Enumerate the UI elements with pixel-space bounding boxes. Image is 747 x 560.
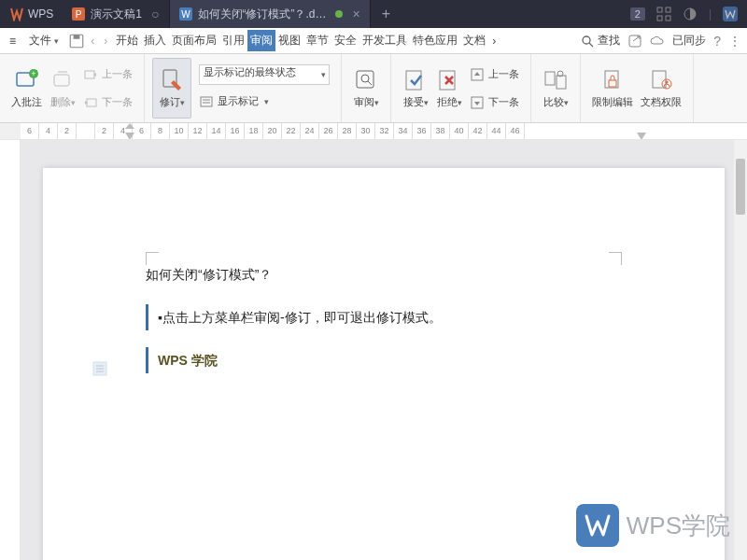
search-button[interactable]: 查找: [581, 33, 620, 49]
wps-watermark: WPS学院: [576, 504, 730, 547]
document-page[interactable]: 如何关闭“修订模式”？ ▪点击上方菜单栏审阅-修订，即可退出修订模式。 WPS …: [43, 168, 725, 560]
next-annotation-button[interactable]: 下一条: [83, 91, 133, 114]
svg-point-13: [583, 36, 590, 44]
menu-hamburger[interactable]: ≡: [6, 33, 20, 49]
titlebar-divider: |: [709, 7, 712, 21]
show-markup-button[interactable]: 显示标记▾: [199, 91, 269, 113]
grid-icon[interactable]: [656, 7, 671, 21]
svg-line-14: [589, 43, 593, 47]
review-pane-button[interactable]: 审阅▾: [349, 58, 383, 119]
search-label: 查找: [598, 33, 620, 49]
title-bar: WPS P 演示文稿1 ○ W 如何关闭“修订模式”？.docx × + 2 |: [0, 0, 747, 28]
tab-count-badge[interactable]: 2: [630, 7, 645, 21]
vertical-scrollbar[interactable]: [734, 140, 747, 560]
tab-start[interactable]: 开始: [113, 30, 141, 51]
restrict-edit-button[interactable]: 限制编辑: [588, 58, 637, 119]
tab-document[interactable]: W 如何关闭“修订模式”？.docx ×: [170, 0, 371, 28]
nav-back[interactable]: ‹: [87, 35, 98, 48]
synced-label: 已同步: [672, 33, 706, 49]
wps-account-icon[interactable]: [723, 7, 738, 21]
accept-icon: [402, 67, 429, 93]
toolbar-ribbon: + 入批注 删除▾ 上一条 下一条 修订▾ 显示标记的最终状态 ▾ 显示标记▾ …: [0, 54, 747, 123]
indent-marker-icon[interactable]: [125, 123, 134, 139]
tab-doc[interactable]: 文档: [460, 30, 488, 51]
tab-chapter[interactable]: 章节: [303, 30, 331, 51]
tab-insert[interactable]: 插入: [141, 30, 169, 51]
file-menu[interactable]: 文件 ▾: [21, 31, 66, 50]
tab-reference[interactable]: 引用: [219, 30, 247, 51]
cloud-icon[interactable]: [650, 34, 665, 49]
tab-devtools[interactable]: 开发工具: [359, 30, 410, 51]
svg-rect-21: [85, 71, 94, 78]
new-tab-button[interactable]: +: [371, 6, 402, 22]
markup-icon: [199, 94, 214, 109]
svg-rect-10: [723, 7, 738, 21]
insert-annotation-button[interactable]: + 入批注: [7, 58, 46, 119]
tab-security[interactable]: 安全: [331, 30, 359, 51]
horizontal-ruler[interactable]: 6422468101214161820222426283032343638404…: [21, 123, 747, 139]
up-arrow-icon: [470, 67, 485, 82]
svg-rect-27: [357, 71, 374, 88]
review-pane-icon: [353, 67, 379, 93]
save-icon[interactable]: [68, 33, 85, 49]
next-change-button[interactable]: 下一条: [470, 91, 519, 114]
doc-permission-button[interactable]: 文档权限: [637, 58, 685, 119]
margin-corner-tl: [146, 252, 159, 265]
svg-text:W: W: [181, 9, 190, 20]
svg-rect-24: [201, 97, 212, 106]
reject-button[interactable]: 拒绝▾: [432, 58, 466, 119]
menu-overflow[interactable]: ›: [488, 35, 500, 48]
titlebar-right: 2 |: [630, 7, 747, 21]
vertical-ruler[interactable]: [0, 140, 21, 560]
prev-change-button[interactable]: 上一条: [470, 63, 519, 86]
tab-presentation[interactable]: P 演示文稿1 ○: [63, 0, 169, 28]
doc-bullet-text[interactable]: ▪点击上方菜单栏审阅-修订，即可退出修订模式。: [146, 304, 622, 330]
delete-annotation-button[interactable]: 删除▾: [46, 58, 79, 119]
display-state-select[interactable]: 显示标记的最终状态 ▾: [199, 64, 330, 85]
svg-rect-35: [557, 76, 566, 89]
svg-rect-22: [87, 99, 96, 106]
svg-point-4: [335, 10, 343, 18]
down-arrow-icon: [470, 95, 485, 110]
menu-tabs: 开始 插入 页面布局 引用 审阅 视图 章节 安全 开发工具 特色应用 文档 ›: [113, 30, 500, 51]
reject-icon: [436, 67, 462, 93]
more-icon[interactable]: ⋮: [728, 34, 741, 49]
tab-layout[interactable]: 页面布局: [169, 30, 219, 51]
help-icon[interactable]: ?: [713, 34, 721, 49]
doc-bold-text[interactable]: WPS 学院: [146, 347, 622, 373]
share-icon[interactable]: [627, 34, 642, 49]
doc-title-text[interactable]: 如何关闭“修订模式”？: [146, 261, 622, 287]
word-doc-icon: W: [179, 7, 192, 21]
permission-icon: [648, 67, 674, 93]
svg-text:P: P: [76, 9, 82, 20]
app-name: WPS: [28, 7, 53, 21]
page-gutter-icon[interactable]: [92, 360, 108, 377]
svg-rect-5: [657, 7, 662, 12]
tab-review[interactable]: 审阅: [247, 30, 275, 51]
presentation-icon: P: [72, 7, 85, 21]
watermark-text: WPS学院: [627, 510, 730, 542]
svg-point-28: [361, 75, 369, 82]
nav-fwd[interactable]: ›: [100, 35, 111, 48]
theme-icon[interactable]: [683, 7, 698, 21]
right-indent-marker-icon[interactable]: [637, 123, 646, 139]
tab-special[interactable]: 特色应用: [410, 30, 460, 51]
svg-rect-38: [609, 80, 616, 87]
scrollbar-thumb[interactable]: [736, 159, 745, 215]
svg-rect-31: [440, 71, 455, 90]
tab-label: 如何关闭“修订模式”？.docx: [198, 7, 329, 22]
svg-line-29: [368, 81, 372, 85]
svg-rect-7: [657, 16, 662, 21]
wps-logo-icon: [9, 7, 24, 21]
tab-view[interactable]: 视图: [275, 30, 303, 51]
search-icon: [581, 35, 594, 48]
prev-annotation-button[interactable]: 上一条: [83, 63, 133, 86]
compare-icon: [543, 67, 569, 93]
close-icon[interactable]: ○: [151, 7, 159, 21]
revise-button[interactable]: 修订▾: [152, 58, 191, 119]
accept-button[interactable]: 接受▾: [399, 58, 432, 119]
prev-icon: [83, 67, 98, 82]
close-icon[interactable]: ×: [353, 7, 360, 21]
canvas-area[interactable]: 如何关闭“修订模式”？ ▪点击上方菜单栏审阅-修订，即可退出修订模式。 WPS …: [21, 140, 747, 560]
compare-button[interactable]: 比较▾: [539, 58, 572, 119]
